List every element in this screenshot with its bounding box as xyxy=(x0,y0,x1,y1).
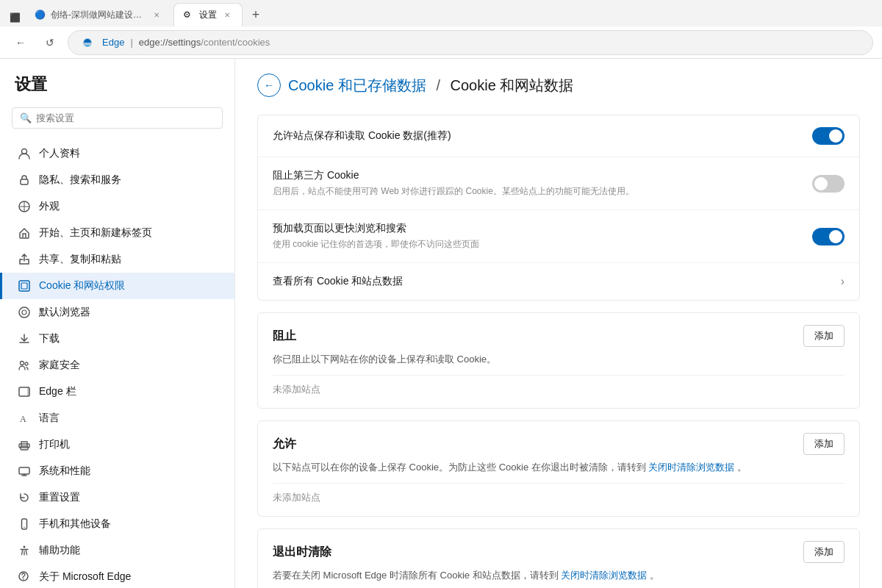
tab-settings[interactable]: ⚙ 设置 ✕ xyxy=(173,3,243,26)
toggle1-label: 允许站点保存和读取 Cookie 数据(推荐) xyxy=(273,129,800,143)
edge-logo-icon xyxy=(79,34,96,51)
search-box[interactable]: 🔍 xyxy=(12,107,223,129)
svg-point-18 xyxy=(23,578,24,580)
sidebar-item-profile[interactable]: 个人资料 xyxy=(0,140,234,167)
clear-add-btn[interactable]: 添加 xyxy=(803,541,845,563)
toggle-preload[interactable] xyxy=(812,228,845,245)
svg-rect-10 xyxy=(27,387,29,396)
block-add-btn[interactable]: 添加 xyxy=(803,325,845,347)
sidebar-label-privacy: 隐私、搜索和服务 xyxy=(39,173,121,187)
block-empty-msg: 未添加站点 xyxy=(258,376,859,408)
address-divider: | xyxy=(130,37,132,48)
toggle-row-block-third-party: 阻止第三方 Cookie 启用后，站点不能使用可跨 Web 对你进行跟踪的 Co… xyxy=(258,157,859,210)
block-section: 阻止 添加 你已阻止以下网站在你的设备上保存和读取 Cookie。 未添加站点 xyxy=(257,312,860,409)
download-icon xyxy=(17,331,32,346)
os-icon: ⬛ xyxy=(6,9,24,26)
clear-desc-link[interactable]: 关闭时清除浏览数据 xyxy=(561,570,647,581)
sidebar-title: 设置 xyxy=(0,74,234,107)
sidebar-item-printer[interactable]: 打印机 xyxy=(0,431,234,458)
clear-section-header: 退出时清除 添加 xyxy=(258,529,859,569)
sidebar-item-mobile[interactable]: 手机和其他设备 xyxy=(0,511,234,537)
browser-window: ⬛ 🔵 创络-深圳做网站建设及网站设计... ✕ ⚙ 设置 ✕ + ← ↺ Ed… xyxy=(0,0,882,588)
sidebar-item-start[interactable]: 开始、主页和新建标签页 xyxy=(0,220,234,246)
sidebar-label-share: 共享、复制和粘贴 xyxy=(39,253,121,266)
share-icon xyxy=(17,252,32,267)
sidebar-item-reset[interactable]: 重置设置 xyxy=(0,484,234,511)
toggle-row-allow-cookies: 允许站点保存和读取 Cookie 数据(推荐) xyxy=(258,115,859,157)
svg-point-7 xyxy=(21,362,24,365)
sidebar-label-language: 语言 xyxy=(39,412,60,425)
sidebar-label-edge-bar: Edge 栏 xyxy=(39,385,76,398)
view-all-cookies-row[interactable]: 查看所有 Cookie 和站点数据 › xyxy=(258,263,859,300)
breadcrumb-link[interactable]: Cookie 和已存储数据 xyxy=(288,77,426,93)
sidebar-label-accessibility: 辅助功能 xyxy=(39,544,80,557)
block-section-header: 阻止 添加 xyxy=(258,313,859,353)
address-edge-label: Edge xyxy=(102,37,124,48)
sidebar-item-language[interactable]: A 语言 xyxy=(0,405,234,431)
allow-desc-link[interactable]: 关闭时清除浏览数据 xyxy=(648,462,734,473)
sidebar-item-appearance[interactable]: 外观 xyxy=(0,193,234,220)
sidebar-item-cookies[interactable]: Cookie 和网站权限 xyxy=(0,273,234,299)
toggle-settings-card: 允许站点保存和读取 Cookie 数据(推荐) 阻止第三方 Cookie 启用后… xyxy=(257,115,860,301)
sidebar-item-about[interactable]: 关于 Microsoft Edge xyxy=(0,564,234,588)
svg-text:A: A xyxy=(20,414,26,424)
tab-settings-label: 设置 xyxy=(199,9,217,21)
toggle2-label: 阻止第三方 Cookie xyxy=(273,169,800,182)
chevron-right-icon: › xyxy=(841,275,845,288)
clear-desc-before: 若要在关闭 Microsoft Edge 时清除所有 Cookie 和站点数据，… xyxy=(273,570,559,581)
sidebar-label-download: 下载 xyxy=(39,332,60,345)
refresh-btn[interactable]: ↺ xyxy=(38,31,62,54)
sidebar-label-appearance: 外观 xyxy=(39,200,60,213)
new-tab-btn[interactable]: + xyxy=(244,3,268,26)
sidebar-item-default-browser[interactable]: 默认浏览器 xyxy=(0,299,234,326)
sidebar-item-share[interactable]: 共享、复制和粘贴 xyxy=(0,246,234,273)
toggle-preload-thumb xyxy=(829,230,842,243)
toggle3-desc: 使用 cookie 记住你的首选项，即使你不访问这些页面 xyxy=(273,238,800,251)
allow-desc-before: 以下站点可以在你的设备上保存 Cookie。为防止这些 Cookie 在你退出时… xyxy=(273,462,646,473)
toggle2-desc: 启用后，站点不能使用可跨 Web 对你进行跟踪的 Cookie。某些站点上的功能… xyxy=(273,185,800,198)
profile-icon xyxy=(17,146,32,161)
toggle-row-preload: 预加载页面以更快浏览和搜索 使用 cookie 记住你的首选项，即使你不访问这些… xyxy=(258,210,859,263)
sidebar-item-family[interactable]: 家庭安全 xyxy=(0,352,234,379)
sidebar-item-system[interactable]: 系统和性能 xyxy=(0,458,234,484)
breadcrumb-separator: / xyxy=(436,77,440,93)
address-url: edge://settings/content/cookies xyxy=(139,37,270,48)
page-header: ← Cookie 和已存储数据 / Cookie 和网站数据 xyxy=(257,74,860,97)
tab-settings-close-btn[interactable]: ✕ xyxy=(221,10,233,21)
sidebar-label-cookies: Cookie 和网站权限 xyxy=(39,279,125,293)
search-input[interactable] xyxy=(36,112,215,123)
sidebar-item-accessibility[interactable]: 辅助功能 xyxy=(0,537,234,564)
clear-section: 退出时清除 添加 若要在关闭 Microsoft Edge 时清除所有 Cook… xyxy=(257,528,860,588)
sidebar-item-privacy[interactable]: 隐私、搜索和服务 xyxy=(0,167,234,193)
reset-icon xyxy=(17,490,32,505)
privacy-icon xyxy=(17,173,32,187)
toggle-allow-cookies[interactable] xyxy=(812,127,845,145)
clear-section-desc: 若要在关闭 Microsoft Edge 时清除所有 Cookie 和站点数据，… xyxy=(258,569,859,588)
svg-point-8 xyxy=(25,362,28,365)
page-back-btn[interactable]: ← xyxy=(257,74,281,97)
block-section-desc: 你已阻止以下网站在你的设备上保存和读取 Cookie。 xyxy=(258,353,859,375)
current-page-title: Cookie 和网站数据 xyxy=(451,77,574,93)
sidebar-label-reset: 重置设置 xyxy=(39,491,80,504)
clear-section-title: 退出时清除 xyxy=(273,545,331,560)
sidebar-label-start: 开始、主页和新建标签页 xyxy=(39,226,152,240)
sidebar: 设置 🔍 个人资料 隐私、搜索和服务 xyxy=(0,59,235,588)
start-icon xyxy=(17,226,32,240)
sidebar-label-system: 系统和性能 xyxy=(39,465,90,478)
toggle-block-third-party[interactable] xyxy=(812,175,845,193)
block-section-title: 阻止 xyxy=(273,329,296,344)
sidebar-label-default-browser: 默认浏览器 xyxy=(39,306,90,319)
back-btn[interactable]: ← xyxy=(9,31,32,54)
main-panel: ← Cookie 和已存储数据 / Cookie 和网站数据 允许站点保存和读取… xyxy=(235,59,882,588)
tab-close-btn[interactable]: ✕ xyxy=(151,10,162,21)
sidebar-item-edge-bar[interactable]: Edge 栏 xyxy=(0,379,234,405)
address-bar[interactable]: Edge | edge://settings/content/cookies xyxy=(68,30,873,55)
mobile-icon xyxy=(17,517,32,531)
default-browser-icon xyxy=(17,305,32,320)
allow-add-btn[interactable]: 添加 xyxy=(803,433,845,455)
svg-point-5 xyxy=(19,307,29,318)
allow-desc-after: 。 xyxy=(737,462,747,473)
page-title: Cookie 和已存储数据 / Cookie 和网站数据 xyxy=(288,76,573,96)
tab-webpage[interactable]: 🔵 创络-深圳做网站建设及网站设计... ✕ xyxy=(25,3,172,26)
sidebar-item-download[interactable]: 下载 xyxy=(0,326,234,352)
